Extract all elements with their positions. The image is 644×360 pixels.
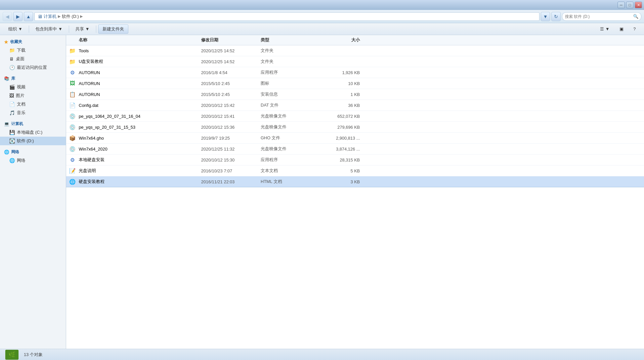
sidebar-network-header[interactable]: 🌐 网络 [0, 148, 66, 156]
col-header-name[interactable]: 名称 [69, 37, 201, 43]
up-button[interactable]: ▲ [24, 12, 33, 21]
file-date: 2015/5/10 2:45 [201, 81, 261, 86]
file-size: 5 KB [314, 168, 360, 173]
search-bar[interactable]: 🔍 [562, 12, 641, 21]
table-row[interactable]: 📄 Config.dat 2020/10/12 15:42 DAT 文件 36 … [66, 100, 644, 111]
sidebar-item-desktop[interactable]: 🖥 桌面 [0, 55, 66, 63]
sidebar-label-video: 视频 [17, 84, 25, 90]
file-name: 光盘说明 [79, 168, 201, 174]
sidebar-item-recent[interactable]: 🕐 最近访问的位置 [0, 63, 66, 72]
recent-icon: 🕐 [9, 65, 15, 70]
col-header-size[interactable]: 大小 [314, 37, 360, 43]
breadcrumb-drive[interactable]: 软件 (D:) [62, 14, 79, 20]
table-row[interactable]: 💿 pe_yqs_1064_20_07_31_16_04 2020/10/12 … [66, 111, 644, 122]
table-row[interactable]: 📋 AUTORUN 2015/5/10 2:45 安装信息 1 KB [66, 89, 644, 100]
sidebar-item-drive-d[interactable]: 💽 软件 (D:) [0, 137, 66, 145]
network-label: 网络 [11, 149, 19, 155]
file-size: 3 KB [314, 179, 360, 184]
computer-label: 计算机 [11, 121, 23, 127]
sidebar-favorites-header[interactable]: ★ 收藏夹 [0, 38, 66, 46]
help-button[interactable]: ? [629, 24, 640, 34]
file-type: 应用程序 [261, 157, 314, 163]
file-name: U盘安装教程 [79, 59, 201, 65]
file-name: pe_yqs_1064_20_07_31_16_04 [79, 114, 201, 119]
computer-icon: 💻 [4, 121, 9, 126]
col-header-date[interactable]: 修改日期 [201, 37, 261, 43]
sidebar-item-video[interactable]: 🎬 视频 [0, 83, 66, 91]
file-icon: 📦 [69, 134, 76, 142]
window-controls: ─ □ ✕ [618, 2, 642, 8]
search-icon[interactable]: 🔍 [633, 14, 638, 19]
file-date: 2016/10/23 7:07 [201, 168, 261, 173]
file-icon: 📝 [69, 167, 76, 174]
sidebar-item-music[interactable]: 🎵 音乐 [0, 109, 66, 117]
file-name: AUTORUN [79, 92, 201, 97]
sidebar-item-network[interactable]: 🌐 网络 [0, 156, 66, 165]
file-icon: 💿 [69, 145, 76, 153]
back-button[interactable]: ◀ [3, 12, 12, 21]
sidebar-item-drive-c[interactable]: 💾 本地磁盘 (C:) [0, 128, 66, 137]
preview-button[interactable]: ▣ [615, 24, 628, 34]
music-icon: 🎵 [9, 110, 15, 115]
table-row[interactable]: 📁 U盘安装教程 2020/12/25 14:52 文件夹 [66, 56, 644, 67]
table-row[interactable]: 🌐 硬盘安装教程 2016/11/21 22:03 HTML 文档 3 KB [66, 176, 644, 187]
new-folder-button[interactable]: 新建文件夹 [98, 24, 128, 34]
breadcrumb-computer[interactable]: 计算机 [44, 14, 57, 20]
sidebar-item-download[interactable]: 📁 下载 [0, 46, 66, 55]
minimize-button[interactable]: ─ [618, 2, 625, 8]
video-icon: 🎬 [9, 84, 15, 90]
file-icon: 📁 [69, 47, 76, 54]
file-name: Tools [79, 48, 201, 53]
sidebar-label-music: 音乐 [17, 110, 25, 116]
table-row[interactable]: ⚙ AUTORUN 2016/1/8 4:54 应用程序 1,926 KB [66, 67, 644, 78]
search-input[interactable] [565, 14, 632, 19]
share-label: 共享 [75, 26, 84, 32]
dropdown-button[interactable]: ▼ [541, 12, 550, 21]
status-logo: 🌿 [5, 350, 19, 360]
file-icon: 📄 [69, 102, 76, 109]
file-size: 36 KB [314, 103, 360, 108]
sidebar-item-picture[interactable]: 🖼 图片 [0, 91, 66, 100]
file-type: DAT 文件 [261, 102, 314, 108]
table-row[interactable]: 📝 光盘说明 2016/10/23 7:07 文本文档 5 KB [66, 165, 644, 176]
table-row[interactable]: 📁 Tools 2020/12/25 14:52 文件夹 [66, 45, 644, 56]
share-button[interactable]: 共享 ▼ [71, 24, 94, 34]
table-row[interactable]: 📦 Win7x64.gho 2019/9/7 19:25 GHO 文件 2,90… [66, 133, 644, 144]
file-icon: ⚙ [69, 69, 76, 76]
col-header-type[interactable]: 类型 [261, 37, 314, 43]
file-name: Config.dat [79, 103, 201, 108]
table-row[interactable]: 🖼 AUTORUN 2015/5/10 2:45 图标 10 KB [66, 78, 644, 89]
table-row[interactable]: ⚙ 本地硬盘安装 2020/10/12 15:30 应用程序 28,315 KB [66, 155, 644, 165]
sidebar-computer-header[interactable]: 💻 计算机 [0, 120, 66, 128]
organize-button[interactable]: 组织 ▼ [4, 24, 27, 34]
refresh-button[interactable]: ↻ [551, 12, 561, 21]
folder-icon: 📁 [9, 48, 15, 53]
toolbar-sep1 [29, 25, 29, 33]
sidebar-library-header[interactable]: 📚 库 [0, 74, 66, 83]
close-button[interactable]: ✕ [635, 2, 642, 8]
library-icon: 📚 [4, 76, 9, 81]
file-icon: 📋 [69, 91, 76, 98]
sidebar-item-document[interactable]: 📄 文档 [0, 100, 66, 109]
file-date: 2015/5/10 2:45 [201, 92, 261, 97]
main-layout: ★ 收藏夹 📁 下载 🖥 桌面 🕐 最近访问的位置 📚 库 [0, 35, 644, 349]
sidebar-label-picture: 图片 [16, 93, 24, 99]
file-date: 2016/11/21 22:03 [201, 179, 261, 184]
file-date: 2020/12/25 14:52 [201, 48, 261, 53]
table-row[interactable]: 💿 pe_yqs_xp_20_07_31_15_53 2020/10/12 15… [66, 122, 644, 133]
file-type: 文件夹 [261, 59, 314, 65]
breadcrumb-sep1: ▶ [58, 14, 61, 19]
file-type: GHO 文件 [261, 135, 314, 141]
table-row[interactable]: 💿 Win7x64_2020 2020/12/25 11:32 光盘映像文件 3… [66, 144, 644, 155]
star-icon: ★ [4, 39, 8, 45]
maximize-button[interactable]: □ [626, 2, 633, 8]
file-type: 光盘映像文件 [261, 146, 314, 152]
include-button[interactable]: 包含到库中 ▼ [31, 24, 67, 34]
forward-button[interactable]: ▶ [13, 12, 22, 21]
file-name: Win7x64.gho [79, 136, 201, 141]
sidebar: ★ 收藏夹 📁 下载 🖥 桌面 🕐 最近访问的位置 📚 库 [0, 35, 66, 349]
status-bar: 🌿 13 个对象 [0, 349, 644, 360]
file-date: 2020/10/12 15:30 [201, 158, 261, 162]
file-icon: 🖼 [69, 80, 76, 87]
view-toggle-button[interactable]: ☰ ▼ [596, 24, 614, 34]
